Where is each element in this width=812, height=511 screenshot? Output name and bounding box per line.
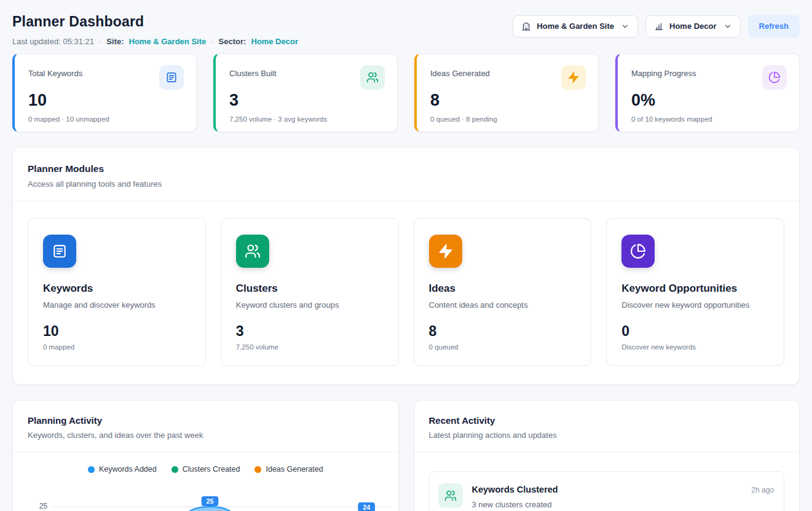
page-title: Planner Dashboard [12,14,298,30]
module-value: 8 [429,323,577,340]
module-subtext: 0 queued [429,343,577,351]
card-subtitle: Latest planning actions and updates [429,431,785,440]
module-title: Keywords [43,283,191,295]
area-chart-plot: 25 24 [52,496,391,511]
header-controls: Home & Garden Site Home Decor Refresh [513,15,800,37]
site-label: Site: [106,37,124,46]
stat-card-total-keywords: Total Keywords 10 0 mapped · 10 unmapped [12,53,197,132]
stats-row: Total Keywords 10 0 mapped · 10 unmapped… [12,53,800,132]
stat-value: 3 [229,91,385,109]
stat-label: Mapping Progress [631,65,696,78]
module-subtext: Discover new keywords [621,343,769,351]
legend-dot [88,466,95,473]
modules-grid: Keywords Manage and discover keywords 10… [13,201,799,384]
module-card-ideas[interactable]: Ideas Content ideas and concepts 8 0 que… [414,218,592,366]
planner-modules-header: Planner Modules Access all planning tool… [13,147,799,201]
sector-selector-dropdown[interactable]: Home Decor [645,15,741,37]
users-icon [236,235,269,268]
activity-description: 3 new clusters created [472,500,743,509]
stat-value: 8 [430,91,586,109]
bottom-row: Planning Activity Keywords, clusters, an… [12,400,800,511]
chart-point-badge: 25 [202,496,219,506]
activity-title: Keywords Clustered [472,483,743,494]
chart-point-badge: 24 [358,502,375,511]
stat-value: 0% [631,91,787,109]
document-icon [159,65,184,90]
stat-subtext: 0 mapped · 10 unmapped [28,115,184,123]
pie-chart-icon [762,65,787,90]
chart-legend: Keywords Added Clusters Created Ideas Ge… [13,465,398,474]
chevron-down-icon [723,22,732,31]
stat-value: 10 [28,91,184,109]
module-title: Keyword Opportunities [621,283,769,295]
last-updated-text: Last updated: 05:31:21 [12,37,94,46]
module-subtext: 7,250 volume [236,343,384,351]
svg-text:24: 24 [363,504,370,511]
legend-label: Keywords Added [99,465,157,474]
recent-activity-header: Recent Activity Latest planning actions … [414,400,800,453]
legend-dot [171,466,178,473]
stat-label: Clusters Built [229,65,277,78]
section-subtitle: Access all planning tools and features [28,179,784,189]
meta-separator: · [211,37,213,46]
module-card-clusters[interactable]: Clusters Keyword clusters and groups 3 7… [221,218,399,366]
module-title: Clusters [236,283,384,295]
planner-dashboard-page: Planner Dashboard Last updated: 05:31:21… [0,0,812,511]
activity-item-keywords-clustered: Keywords Clustered 3 new clusters create… [429,471,785,511]
planner-modules-panel: Planner Modules Access all planning tool… [12,147,800,385]
stat-label: Ideas Generated [430,65,490,78]
planning-activity-card: Planning Activity Keywords, clusters, an… [12,400,399,511]
stat-card-mapping-progress: Mapping Progress 0% 0 of 10 keywords map… [615,53,800,132]
module-value: 10 [43,323,191,340]
module-description: Discover new keyword opportunities [621,300,769,310]
bar-chart-icon [654,21,664,31]
card-subtitle: Keywords, clusters, and ideas over the p… [28,431,384,440]
module-card-keywords[interactable]: Keywords Manage and discover keywords 10… [28,218,206,366]
stat-subtext: 7,250 volume · 3 avg keywords [229,115,385,123]
page-meta: Last updated: 05:31:21 · Site: Home & Ga… [12,37,298,46]
site-selector-dropdown[interactable]: Home & Garden Site [513,15,638,37]
module-description: Content ideas and concepts [429,300,577,310]
module-card-keyword-opportunities[interactable]: Keyword Opportunities Discover new keywo… [606,218,784,366]
chevron-down-icon [621,22,629,31]
bolt-icon [429,235,462,268]
legend-item-clusters-created[interactable]: Clusters Created [171,465,240,474]
module-value: 3 [236,323,384,340]
module-value: 0 [621,323,769,340]
legend-item-ideas-generated[interactable]: Ideas Generated [254,465,323,474]
legend-label: Clusters Created [183,465,240,474]
header-left: Planner Dashboard Last updated: 05:31:21… [12,11,298,46]
sector-link[interactable]: Home Decor [251,37,298,46]
legend-dot [254,466,261,473]
site-selector-label: Home & Garden Site [537,21,614,31]
refresh-button[interactable]: Refresh [748,15,800,37]
stat-subtext: 0 of 10 keywords mapped [631,115,787,123]
legend-item-keywords-added[interactable]: Keywords Added [88,465,157,474]
y-axis-tick-label: 25 [29,496,47,511]
sector-selector-label: Home Decor [669,21,717,31]
section-title: Planner Modules [28,163,784,174]
planning-activity-chart-area: 25 25 24 [13,496,398,511]
users-icon [360,65,385,90]
users-icon [438,483,463,508]
meta-separator: · [99,37,101,46]
module-title: Ideas [429,283,577,295]
card-title: Planning Activity [28,415,384,426]
planning-activity-header: Planning Activity Keywords, clusters, an… [13,400,398,453]
module-description: Keyword clusters and groups [236,300,384,310]
recent-activity-card: Recent Activity Latest planning actions … [414,400,800,511]
stat-subtext: 0 queued · 8 pending [430,115,586,123]
stat-card-clusters-built: Clusters Built 3 7,250 volume · 3 avg ke… [213,53,398,132]
activity-item-body: Keywords Clustered 3 new clusters create… [472,483,743,509]
stat-card-ideas-generated: Ideas Generated 8 0 queued · 8 pending [414,53,599,132]
site-link[interactable]: Home & Garden Site [129,37,207,46]
legend-label: Ideas Generated [266,465,323,474]
module-description: Manage and discover keywords [43,300,191,310]
card-title: Recent Activity [429,415,785,426]
building-icon [521,21,531,31]
activity-timestamp: 2h ago [751,483,774,494]
module-subtext: 0 mapped [43,343,191,351]
document-icon [43,235,76,268]
pie-chart-icon [621,235,655,268]
page-header: Planner Dashboard Last updated: 05:31:21… [12,11,800,46]
